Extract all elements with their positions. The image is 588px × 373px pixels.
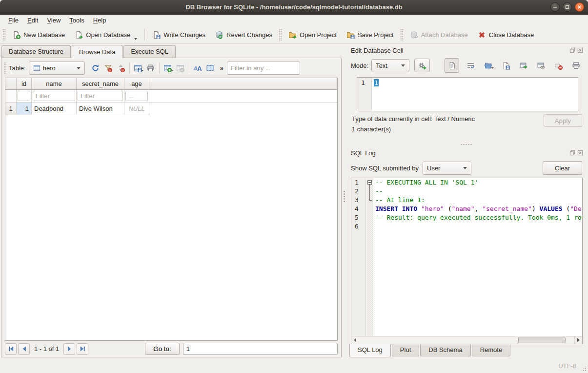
- dock-tab-plot[interactable]: Plot: [392, 344, 419, 356]
- toolbar-drag-handle[interactable]: [3, 62, 6, 74]
- dock-splitter[interactable]: [346, 142, 587, 146]
- word-wrap-button[interactable]: [464, 59, 477, 72]
- last-record-button[interactable]: [77, 343, 88, 355]
- menu-edit[interactable]: Edit: [23, 16, 42, 25]
- column-header-id[interactable]: id: [17, 78, 32, 90]
- toolbar-button-label: Revert Changes: [226, 31, 272, 39]
- toolbar-separator: [189, 62, 189, 73]
- browse-pane: Database StructureBrowse DataExecute SQL…: [0, 44, 343, 359]
- sql-source-select[interactable]: User: [423, 162, 471, 175]
- close-panel-icon[interactable]: [577, 47, 583, 53]
- close-button[interactable]: [575, 2, 584, 12]
- fold-marker-icon[interactable]: [366, 178, 373, 187]
- cell-editor-content: 1: [374, 79, 379, 86]
- write-changes-button[interactable]: Write Changes: [147, 27, 210, 42]
- attach-db-icon: [410, 31, 418, 39]
- goto-input[interactable]: [183, 343, 338, 355]
- table-label: Table:: [9, 64, 26, 72]
- cell-editor[interactable]: 1 1: [357, 77, 578, 111]
- column-header-age[interactable]: age: [124, 78, 149, 90]
- new-database-button[interactable]: New Database: [7, 27, 70, 42]
- filter-cell: [77, 90, 124, 103]
- toolbar-drag-handle[interactable]: [400, 29, 404, 41]
- apply-button[interactable]: Apply: [544, 114, 582, 127]
- menu-view[interactable]: View: [42, 16, 65, 25]
- cell-char-count: 1 character(s): [352, 125, 475, 133]
- print-cell-button[interactable]: [569, 59, 582, 72]
- toolbar-overflow-button[interactable]: »: [217, 64, 226, 72]
- encoding-button[interactable]: [204, 62, 217, 74]
- tab-browse-data[interactable]: Browse Data: [72, 45, 122, 58]
- text-mode-button[interactable]: [445, 58, 459, 73]
- filter-input-secret_name[interactable]: [78, 91, 123, 101]
- row-number[interactable]: 1: [5, 103, 17, 115]
- clear-sorting-button[interactable]: [115, 62, 127, 74]
- fold-marker-icon: [366, 196, 373, 205]
- dock-tab-remote[interactable]: Remote: [472, 344, 511, 356]
- dock-tab-db-schema[interactable]: DB Schema: [420, 344, 470, 356]
- toolbar-drag-handle[interactable]: [2, 29, 6, 41]
- clear-all-filters-button[interactable]: [102, 62, 115, 74]
- display-format-button[interactable]: AA: [191, 62, 204, 74]
- goto-button[interactable]: Go to:: [145, 343, 179, 355]
- next-record-button[interactable]: [63, 343, 75, 355]
- horizontal-scrollbar[interactable]: [351, 336, 582, 344]
- maximize-button[interactable]: [563, 2, 572, 12]
- filter-input-age[interactable]: [125, 91, 148, 101]
- scrollbar-thumb[interactable]: [518, 337, 566, 343]
- cell-name[interactable]: Deadpond: [32, 103, 77, 115]
- chevron-down-icon: [134, 38, 137, 40]
- close-database-button[interactable]: Close Database: [473, 27, 539, 42]
- menu-file[interactable]: File: [4, 16, 23, 25]
- cell-id[interactable]: 1: [17, 103, 32, 115]
- toolbar-drag-handle[interactable]: [279, 29, 282, 41]
- menu-tools[interactable]: Tools: [65, 16, 88, 25]
- menu-help[interactable]: Help: [89, 16, 111, 25]
- print-button[interactable]: [144, 62, 157, 74]
- filter-any-input[interactable]: [227, 62, 300, 75]
- float-panel-icon[interactable]: [569, 47, 575, 53]
- open-database-button[interactable]: Open Database: [70, 27, 142, 42]
- column-header-secret_name[interactable]: secret_name: [77, 78, 124, 90]
- scroll-right-arrow[interactable]: [574, 336, 582, 344]
- float-panel-icon[interactable]: [569, 150, 575, 156]
- minimize-button[interactable]: [550, 2, 560, 12]
- cell-secret_name[interactable]: Dive Wilson: [77, 103, 124, 115]
- tab-execute-sql[interactable]: Execute SQL: [123, 45, 176, 58]
- clear-log-button[interactable]: Clear: [543, 161, 582, 175]
- toolbar-button-label: New Database: [23, 31, 65, 39]
- open-project-button[interactable]: Open Project: [284, 27, 342, 42]
- filter-input-id[interactable]: [18, 91, 30, 101]
- table-select[interactable]: hero: [29, 62, 85, 75]
- save-project-button[interactable]: Save Project: [342, 27, 399, 42]
- import-data-button[interactable]: [482, 59, 494, 72]
- record-count: 1 - 1 of 1: [31, 345, 62, 352]
- copy-link-button[interactable]: [534, 59, 547, 72]
- dock-tab-sql-log[interactable]: SQL Log: [349, 344, 391, 357]
- insert-record-button[interactable]: [162, 62, 174, 74]
- first-record-button[interactable]: [5, 343, 17, 355]
- close-panel-icon[interactable]: [577, 150, 583, 156]
- scroll-left-arrow[interactable]: [351, 336, 359, 344]
- resize-grip[interactable]: [581, 366, 587, 372]
- previous-record-button[interactable]: [18, 343, 30, 355]
- toolbar-button-label: Open Database: [86, 31, 130, 39]
- gear-icon: [418, 62, 426, 70]
- set-null-button[interactable]: [552, 59, 565, 72]
- auto-switch-mode-button[interactable]: [414, 59, 430, 72]
- refresh-button[interactable]: [89, 62, 102, 74]
- open-external-button[interactable]: [517, 59, 529, 72]
- data-grid: idnamesecret_nameage11DeadpondDive Wilso…: [5, 78, 338, 341]
- cell-age[interactable]: NULL: [124, 103, 149, 115]
- pane-splitter[interactable]: [343, 44, 346, 359]
- sql-log-editor[interactable]: 1-- EXECUTING ALL IN 'SQL 1'2--3-- At li…: [351, 178, 583, 344]
- mode-select[interactable]: Text: [371, 59, 409, 72]
- export-data-button[interactable]: [499, 59, 512, 72]
- filter-filler: [149, 90, 337, 103]
- revert-changes-icon: [215, 31, 223, 39]
- revert-changes-button[interactable]: Revert Changes: [210, 27, 277, 42]
- tab-database-structure[interactable]: Database Structure: [1, 45, 71, 58]
- save-table-button[interactable]: [132, 62, 144, 74]
- column-header-name[interactable]: name: [32, 78, 77, 90]
- filter-input-name[interactable]: [33, 91, 75, 101]
